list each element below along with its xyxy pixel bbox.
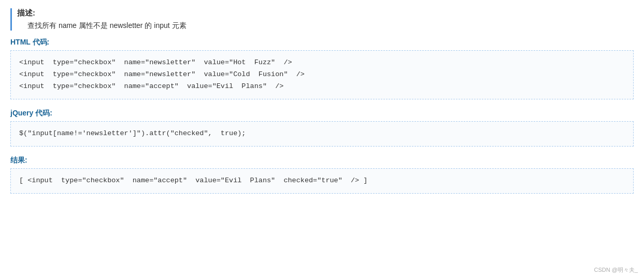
- jquery-code-box: $("input[name!='newsletter']").attr("che…: [10, 121, 634, 147]
- description-label: 描述:: [17, 8, 35, 17]
- watermark: CSDN @明々夫_: [594, 266, 638, 274]
- description-text: 查找所有 name 属性不是 newsletter 的 input 元素: [17, 21, 634, 31]
- jquery-code-label: jQuery 代码:: [10, 109, 634, 118]
- html-code-box: <input type="checkbox" name="newsletter"…: [10, 50, 634, 99]
- result-label: 结果:: [10, 156, 634, 165]
- html-code-label: HTML 代码:: [10, 38, 634, 47]
- description-section: 描述: 查找所有 name 属性不是 newsletter 的 input 元素: [10, 8, 634, 31]
- result-box: [ <input type="checkbox" name="accept" v…: [10, 168, 634, 194]
- page-container: 描述: 查找所有 name 属性不是 newsletter 的 input 元素…: [0, 0, 644, 277]
- html-code-section: HTML 代码: <input type="checkbox" name="ne…: [10, 38, 634, 99]
- jquery-code-section: jQuery 代码: $("input[name!='newsletter']"…: [10, 109, 634, 147]
- result-section: 结果: [ <input type="checkbox" name="accep…: [10, 156, 634, 194]
